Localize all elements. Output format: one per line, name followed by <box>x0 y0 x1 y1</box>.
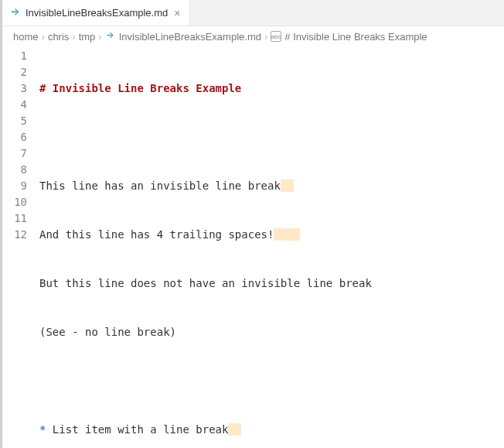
line-number: 3 <box>2 80 27 97</box>
line-number: 4 <box>2 97 27 113</box>
line-number: 7 <box>2 145 27 162</box>
line-number: 11 <box>2 210 27 227</box>
code-content[interactable]: # Invisible Line Breaks Example This lin… <box>39 48 504 448</box>
chevron-right-icon: › <box>72 31 75 43</box>
breadcrumb: home › chris › tmp › InvisibleLineBreaks… <box>2 26 504 46</box>
breadcrumb-file-label: InvisibleLineBreaksExample.md <box>119 31 261 43</box>
markdown-file-icon <box>105 31 116 42</box>
code-text: This line has an invisible line break <box>39 180 281 192</box>
breadcrumb-item[interactable]: chris <box>48 31 69 43</box>
line-number: 1 <box>2 48 27 64</box>
chevron-right-icon: › <box>264 31 267 43</box>
code-text: And this line has 4 trailing spaces! <box>39 228 274 241</box>
editor-tab-label: InvisibleLineBreaksExample.md <box>26 7 168 19</box>
editor-tab[interactable]: InvisibleLineBreaksExample.md × <box>2 0 190 26</box>
code-text: # Invisible Line Breaks Example <box>39 82 241 94</box>
trailing-whitespace <box>274 228 300 241</box>
line-number: 2 <box>2 64 27 80</box>
chevron-right-icon: › <box>42 31 45 43</box>
line-number: 10 <box>2 194 27 210</box>
trailing-whitespace <box>228 423 241 436</box>
code-text: List item with a line break <box>46 423 228 436</box>
code-editor[interactable]: 1 2 3 4 5 6 7 8 9 10 11 12 # Invisible L… <box>2 46 504 448</box>
line-number: 8 <box>2 162 27 178</box>
trailing-whitespace <box>281 180 294 192</box>
breadcrumb-item[interactable]: InvisibleLineBreaksExample.md <box>105 31 261 43</box>
line-number: 12 <box>2 227 27 243</box>
breadcrumb-item[interactable]: abc # Invisible Line Breaks Example <box>271 31 427 43</box>
close-icon[interactable]: × <box>172 8 182 19</box>
line-number <box>2 243 27 259</box>
markdown-file-icon <box>10 8 21 19</box>
editor-tab-bar: InvisibleLineBreaksExample.md × <box>2 0 504 26</box>
code-text: (See - no line break) <box>39 326 176 338</box>
line-number-gutter: 1 2 3 4 5 6 7 8 9 10 11 12 <box>2 48 39 448</box>
symbol-string-icon: abc <box>271 31 281 42</box>
breadcrumb-item[interactable]: home <box>13 31 39 43</box>
breadcrumb-item[interactable]: tmp <box>79 31 96 43</box>
code-text: But this line does not have an invisible… <box>39 277 372 289</box>
breadcrumb-symbol-label: # Invisible Line Breaks Example <box>284 31 427 43</box>
chevron-right-icon: › <box>98 31 101 43</box>
line-number: 9 <box>2 178 27 194</box>
line-number: 6 <box>2 129 27 145</box>
line-number: 5 <box>2 113 27 129</box>
